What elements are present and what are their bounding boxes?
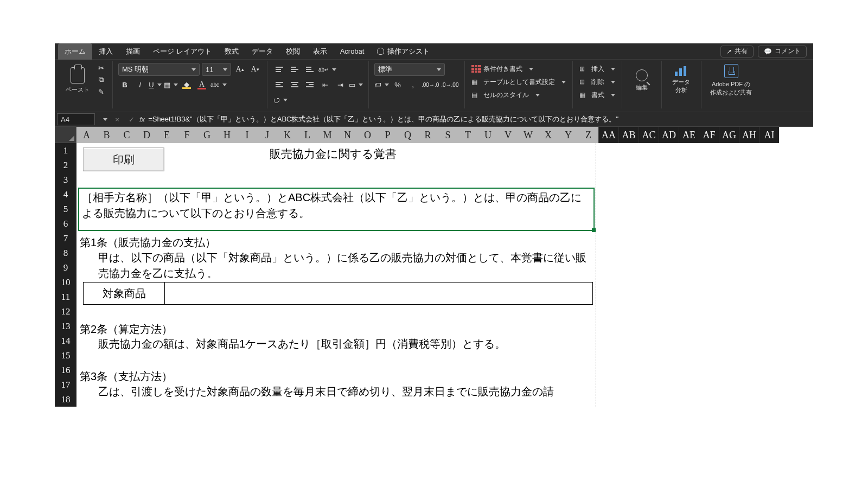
create-pdf-button[interactable]: Adobe PDF の 作成および共有 xyxy=(707,63,756,98)
column-header[interactable]: AF xyxy=(699,127,719,143)
tab-acrobat[interactable]: Acrobat xyxy=(334,43,371,60)
format-cells-button[interactable]: ▦書式 xyxy=(578,89,616,101)
format-painter-button[interactable]: ✎ xyxy=(95,87,107,97)
percent-button[interactable]: % xyxy=(391,78,404,91)
share-button[interactable]: ↗ 共有 xyxy=(720,46,754,57)
decrease-indent-button[interactable]: ⇤ xyxy=(318,78,331,91)
column-header[interactable]: Y xyxy=(558,127,578,143)
row-header[interactable]: 5 xyxy=(55,202,76,216)
column-header[interactable]: B xyxy=(97,127,117,143)
tab-insert[interactable]: 挿入 xyxy=(92,43,119,60)
border-button[interactable]: ▦ xyxy=(164,78,178,91)
font-name-select[interactable]: MS 明朝 xyxy=(118,63,200,76)
select-all-corner[interactable] xyxy=(55,127,76,143)
wrap-text-button[interactable]: ab↵ xyxy=(318,63,336,76)
column-header[interactable]: C xyxy=(117,127,137,143)
column-header[interactable]: AI xyxy=(759,127,779,143)
column-header[interactable]: X xyxy=(538,127,558,143)
column-header[interactable]: V xyxy=(498,127,518,143)
column-header[interactable]: E xyxy=(157,127,177,143)
column-header[interactable]: T xyxy=(458,127,478,143)
delete-cells-button[interactable]: ⊟削除 xyxy=(578,76,616,88)
cell-styles-button[interactable]: ▤ セルのスタイル xyxy=(470,89,567,101)
column-header[interactable]: F xyxy=(177,127,197,143)
column-header[interactable]: L xyxy=(297,127,317,143)
comment-button[interactable]: 💬 コメント xyxy=(758,46,807,57)
merge-button[interactable]: ▭ xyxy=(349,78,363,91)
column-header[interactable]: O xyxy=(358,127,378,143)
column-header[interactable]: AH xyxy=(739,127,759,143)
row-header[interactable]: 2 xyxy=(55,158,76,172)
row-header[interactable]: 6 xyxy=(55,216,76,231)
increase-indent-button[interactable]: ⇥ xyxy=(334,78,347,91)
analyze-data-button[interactable]: データ 分析 xyxy=(667,63,695,98)
row-header[interactable]: 11 xyxy=(55,290,76,304)
enter-formula-button[interactable]: ✓ xyxy=(124,115,138,124)
increase-font-button[interactable]: A▴ xyxy=(233,63,246,76)
worksheet-area[interactable]: 販売協力金に関する覚書 印刷 ［相手方名称］（以下「甲」という。）とABC株式会… xyxy=(76,143,813,407)
decrease-font-button[interactable]: A▾ xyxy=(248,63,261,76)
align-right-button[interactable] xyxy=(303,78,316,91)
column-header[interactable]: AB xyxy=(618,127,639,143)
row-header[interactable]: 9 xyxy=(55,260,76,275)
tab-view[interactable]: 表示 xyxy=(307,43,334,60)
column-header[interactable]: AE xyxy=(679,127,699,143)
phonetic-button[interactable]: abc xyxy=(210,78,227,91)
align-middle-button[interactable] xyxy=(288,63,301,76)
row-header[interactable]: 18 xyxy=(55,392,76,407)
print-button[interactable]: 印刷 xyxy=(83,147,164,171)
paste-button[interactable]: ペースト xyxy=(63,63,92,98)
underline-button[interactable]: U xyxy=(149,78,162,91)
row-header[interactable]: 17 xyxy=(55,377,76,392)
fill-color-button[interactable]: ◆ xyxy=(180,78,193,91)
column-header[interactable]: I xyxy=(237,127,257,143)
increase-decimal-button[interactable]: .00→.0 xyxy=(422,78,439,91)
name-box[interactable]: A4 xyxy=(57,113,95,125)
row-header[interactable]: 4 xyxy=(55,187,76,202)
column-header[interactable]: P xyxy=(378,127,398,143)
insert-cells-button[interactable]: ⊞挿入 xyxy=(578,63,616,75)
copy-button[interactable]: ⧉ xyxy=(95,75,107,85)
row-header[interactable]: 8 xyxy=(55,246,76,260)
column-header[interactable]: A xyxy=(76,127,97,143)
row-header[interactable]: 15 xyxy=(55,348,76,363)
row-header[interactable]: 7 xyxy=(55,231,76,246)
align-left-button[interactable] xyxy=(273,78,286,91)
column-header[interactable]: N xyxy=(337,127,358,143)
column-header[interactable]: Q xyxy=(398,127,418,143)
orientation-button[interactable]: ⭯ xyxy=(273,93,288,106)
column-header[interactable]: G xyxy=(197,127,217,143)
font-size-select[interactable]: 11 xyxy=(202,63,231,76)
column-header[interactable]: H xyxy=(217,127,237,143)
name-box-dropdown[interactable] xyxy=(97,113,110,126)
format-as-table-button[interactable]: ▦ テーブルとして書式設定 xyxy=(470,76,567,88)
tab-review[interactable]: 校閲 xyxy=(279,43,307,60)
font-color-button[interactable]: A xyxy=(195,78,208,91)
row-header[interactable]: 10 xyxy=(55,275,76,290)
align-bottom-button[interactable] xyxy=(303,63,316,76)
column-header[interactable]: R xyxy=(418,127,438,143)
column-header[interactable]: AA xyxy=(598,127,618,143)
cancel-formula-button[interactable]: × xyxy=(110,115,124,124)
column-header[interactable]: S xyxy=(438,127,458,143)
row-header[interactable]: 16 xyxy=(55,363,76,377)
column-header[interactable]: Z xyxy=(578,127,598,143)
italic-button[interactable]: I xyxy=(133,78,146,91)
tab-draw[interactable]: 描画 xyxy=(119,43,146,60)
number-format-select[interactable]: 標準 xyxy=(374,63,445,76)
decrease-decimal-button[interactable]: .0→.00 xyxy=(441,78,458,91)
tab-data[interactable]: データ xyxy=(245,43,279,60)
column-header[interactable]: J xyxy=(257,127,277,143)
tab-home[interactable]: ホーム xyxy=(58,43,92,60)
row-header[interactable]: 13 xyxy=(55,319,76,333)
column-header[interactable]: M xyxy=(317,127,337,143)
conditional-format-button[interactable]: 条件付き書式 xyxy=(470,63,567,75)
comma-button[interactable]: , xyxy=(406,78,419,91)
cut-button[interactable]: ✂ xyxy=(95,63,107,73)
column-header[interactable]: AC xyxy=(639,127,659,143)
tab-formula[interactable]: 数式 xyxy=(218,43,245,60)
column-header[interactable]: AG xyxy=(719,127,739,143)
align-center-button[interactable] xyxy=(288,78,301,91)
row-header[interactable]: 3 xyxy=(55,172,76,187)
tell-me[interactable]: 操作アシスト xyxy=(371,47,436,56)
